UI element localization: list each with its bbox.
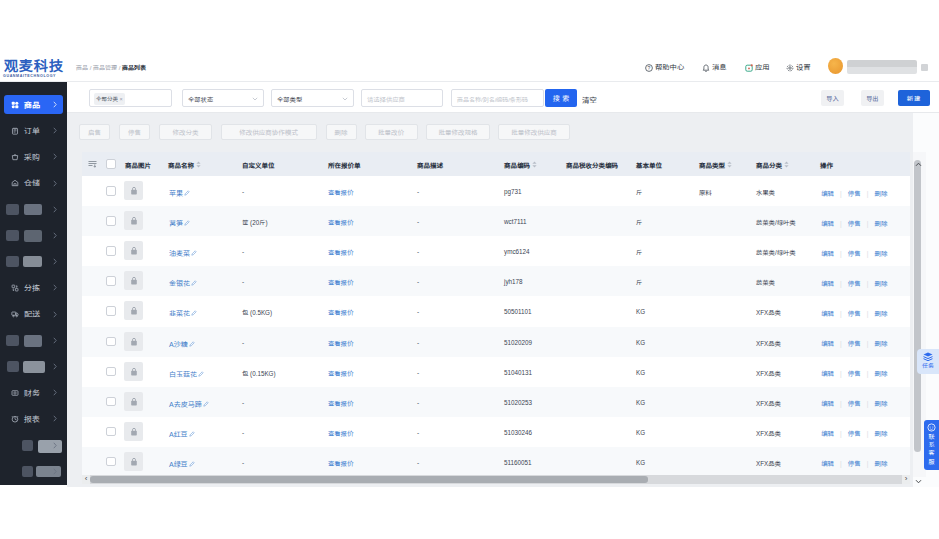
svg-text:?: ?	[648, 64, 651, 70]
